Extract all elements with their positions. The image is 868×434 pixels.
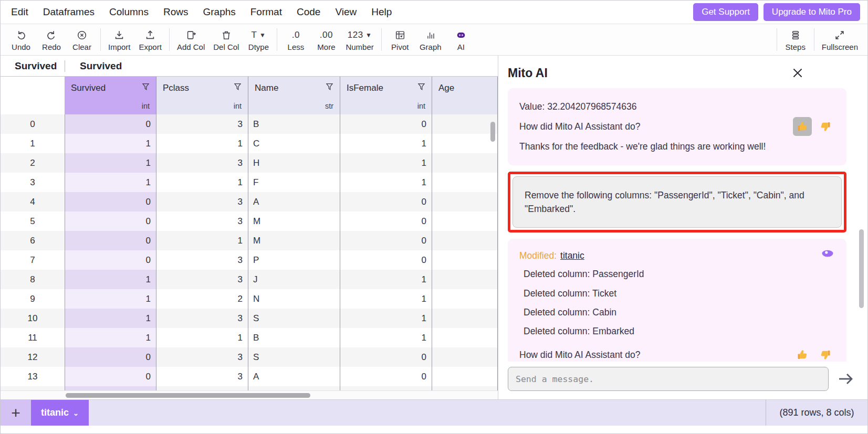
- grid-cell[interactable]: 3: [156, 347, 248, 367]
- grid-cell[interactable]: 1: [156, 328, 248, 347]
- grid-cell[interactable]: [432, 309, 498, 328]
- grid-cell[interactable]: M: [248, 211, 340, 231]
- grid-cell[interactable]: [432, 153, 498, 173]
- grid-cell[interactable]: S: [248, 347, 340, 367]
- column-header-pclass[interactable]: Pclass int: [156, 77, 248, 114]
- grid-cell[interactable]: P: [248, 250, 340, 270]
- menu-rows[interactable]: Rows: [163, 6, 189, 18]
- grid-cell[interactable]: 0: [65, 367, 156, 386]
- graph-button[interactable]: Graph: [415, 24, 446, 55]
- grid-cell[interactable]: 1: [340, 270, 432, 289]
- grid-cell[interactable]: S: [248, 309, 340, 328]
- grid-cell[interactable]: 3: [156, 309, 248, 328]
- grid-cell[interactable]: [432, 211, 498, 231]
- grid-cell[interactable]: 1: [156, 134, 248, 153]
- menu-format[interactable]: Format: [250, 6, 282, 18]
- column-header-survived[interactable]: Survived int: [65, 77, 156, 114]
- steps-button[interactable]: Steps: [780, 24, 811, 55]
- grid-cell[interactable]: 0: [340, 211, 432, 231]
- grid-cell[interactable]: [432, 134, 498, 153]
- grid-cell[interactable]: 1: [65, 328, 156, 347]
- formula-input[interactable]: Survived: [65, 60, 122, 72]
- grid-horizontal-scrollbar[interactable]: [66, 393, 310, 398]
- grid-cell[interactable]: 1: [65, 309, 156, 328]
- grid-cell[interactable]: [432, 328, 498, 347]
- get-support-button[interactable]: Get Support: [693, 3, 758, 21]
- menu-columns[interactable]: Columns: [109, 6, 149, 18]
- add-col-button[interactable]: Add Col: [173, 24, 209, 55]
- grid-cell[interactable]: 1: [340, 328, 432, 347]
- grid-cell[interactable]: 1: [340, 173, 432, 192]
- grid-cell[interactable]: 3: [156, 192, 248, 211]
- less-decimals-button[interactable]: .0 Less: [280, 24, 311, 55]
- grid-cell[interactable]: 1: [65, 153, 156, 173]
- grid-cell[interactable]: [432, 367, 498, 386]
- grid-cell[interactable]: 0: [65, 231, 156, 250]
- filter-icon[interactable]: [325, 82, 334, 94]
- thumbs-up-button[interactable]: [793, 345, 812, 362]
- grid-cell[interactable]: 3: [156, 211, 248, 231]
- grid-cell[interactable]: 3: [156, 153, 248, 173]
- grid-cell[interactable]: 3: [156, 114, 248, 134]
- ai-button[interactable]: AI: [446, 24, 476, 55]
- pivot-button[interactable]: Pivot: [385, 24, 415, 55]
- eye-preview-icon[interactable]: [820, 248, 835, 263]
- modified-dataframe-link[interactable]: titanic: [560, 249, 584, 262]
- redo-button[interactable]: Redo: [36, 24, 67, 55]
- grid-cell[interactable]: 0: [65, 211, 156, 231]
- column-header-name[interactable]: Name str: [248, 77, 340, 114]
- grid-cell[interactable]: M: [248, 231, 340, 250]
- grid-cell[interactable]: 0: [340, 367, 432, 386]
- import-button[interactable]: Import: [104, 24, 135, 55]
- grid-cell[interactable]: 0: [340, 231, 432, 250]
- grid-cell[interactable]: [432, 114, 498, 134]
- grid-cell[interactable]: [432, 289, 498, 309]
- thumbs-down-button[interactable]: [816, 117, 835, 136]
- close-panel-button[interactable]: [790, 65, 806, 81]
- menu-help[interactable]: Help: [371, 6, 392, 18]
- fullscreen-button[interactable]: Fullscreen: [818, 24, 862, 55]
- grid-cell[interactable]: 1: [340, 289, 432, 309]
- grid-cell[interactable]: B: [248, 328, 340, 347]
- grid-vertical-scrollbar[interactable]: [490, 122, 495, 142]
- filter-icon[interactable]: [141, 82, 151, 94]
- send-message-button[interactable]: [837, 371, 855, 387]
- thumbs-up-button[interactable]: [793, 117, 812, 136]
- grid-cell[interactable]: 0: [65, 250, 156, 270]
- grid-cell[interactable]: A: [248, 192, 340, 211]
- menu-code[interactable]: Code: [297, 6, 320, 18]
- grid-cell[interactable]: 0: [340, 114, 432, 134]
- grid-cell[interactable]: 3: [156, 270, 248, 289]
- upgrade-pro-button[interactable]: Upgrade to Mito Pro: [764, 3, 860, 21]
- dtype-button[interactable]: T ▼ Dtype: [243, 24, 274, 55]
- grid-cell[interactable]: J: [248, 270, 340, 289]
- del-col-button[interactable]: Del Col: [209, 24, 243, 55]
- grid-cell[interactable]: 0: [65, 114, 156, 134]
- grid-cell[interactable]: 0: [65, 347, 156, 367]
- grid-cell[interactable]: A: [248, 367, 340, 386]
- grid-cell[interactable]: [432, 231, 498, 250]
- grid-cell[interactable]: N: [248, 289, 340, 309]
- chat-message-input[interactable]: [508, 367, 829, 391]
- clear-button[interactable]: Clear: [67, 24, 97, 55]
- grid-cell[interactable]: [432, 347, 498, 367]
- menu-graphs[interactable]: Graphs: [203, 6, 235, 18]
- export-button[interactable]: Export: [135, 24, 166, 55]
- grid-cell[interactable]: F: [248, 173, 340, 192]
- menu-dataframes[interactable]: Dataframes: [43, 6, 95, 18]
- column-header-age[interactable]: Age: [432, 77, 498, 114]
- grid-cell[interactable]: H: [248, 153, 340, 173]
- number-format-button[interactable]: 123 ▼ Number: [341, 24, 378, 55]
- grid-cell[interactable]: [432, 250, 498, 270]
- grid-cell[interactable]: 0: [65, 192, 156, 211]
- thumbs-down-button[interactable]: [816, 345, 835, 362]
- grid-cell[interactable]: 2: [156, 289, 248, 309]
- grid-cell[interactable]: 1: [340, 309, 432, 328]
- grid-cell[interactable]: 3: [156, 250, 248, 270]
- grid-cell[interactable]: B: [248, 114, 340, 134]
- grid-cell[interactable]: [432, 192, 498, 211]
- grid-cell[interactable]: 1: [65, 134, 156, 153]
- add-dataframe-button[interactable]: +: [1, 400, 31, 426]
- sheet-tab-titanic[interactable]: titanic ⌄: [31, 400, 89, 426]
- grid-cell[interactable]: 1: [65, 289, 156, 309]
